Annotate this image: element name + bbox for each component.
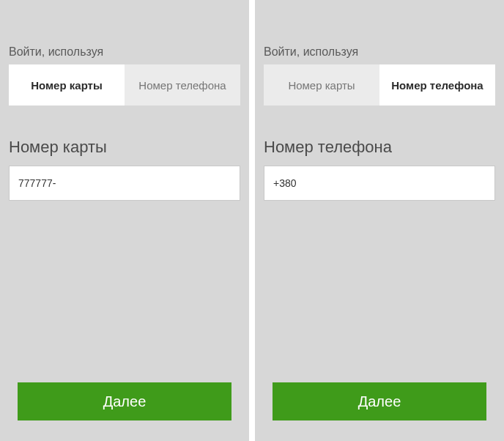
phone-number-input[interactable] [264,166,495,201]
tab-card-number[interactable]: Номер карты [264,64,379,105]
login-method-tabs: Номер карты Номер телефона [9,64,240,105]
tab-card-number[interactable]: Номер карты [9,64,125,105]
login-using-label: Войти, используя [264,45,495,59]
login-panel-card: Войти, используя Номер карты Номер телеф… [0,0,249,441]
next-button[interactable]: Далее [18,382,231,420]
login-using-label: Войти, используя [9,45,240,59]
tab-phone-number[interactable]: Номер телефона [379,64,495,105]
login-panel-phone: Войти, используя Номер карты Номер телеф… [255,0,504,441]
phone-number-label: Номер телефона [264,138,495,157]
card-number-label: Номер карты [9,138,240,157]
tab-phone-number[interactable]: Номер телефона [125,64,240,105]
card-number-input[interactable] [9,166,240,201]
login-method-tabs: Номер карты Номер телефона [264,64,495,105]
next-button[interactable]: Далее [273,382,486,420]
